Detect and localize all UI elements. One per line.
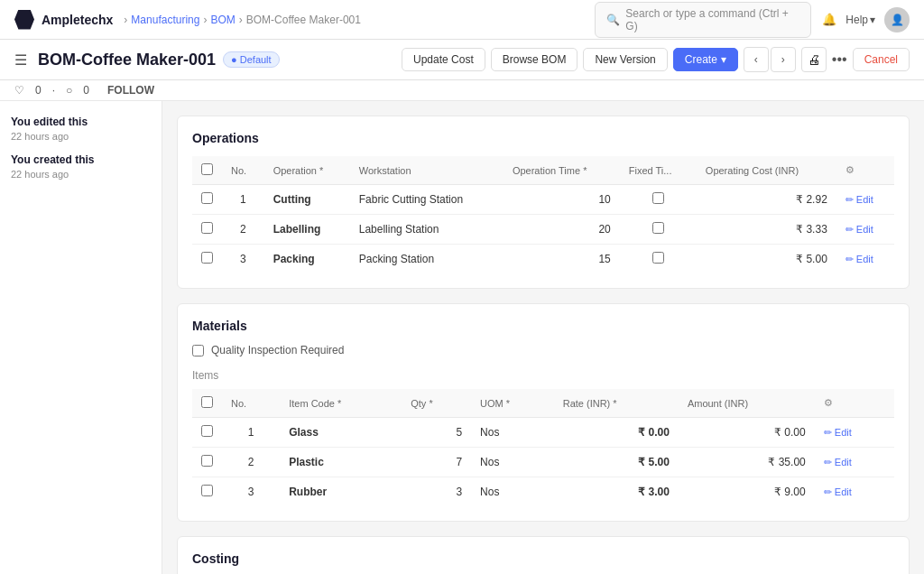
mat-row-amount: ₹ 0.00 [679, 418, 815, 448]
op-edit-link-1[interactable]: ✏ Edit [845, 224, 885, 236]
materials-table: No. Item Code * Qty * UOM * Rate (INR) *… [192, 389, 894, 506]
mat-row-qty: 5 [402, 418, 471, 448]
op-row-workstation: Labelling Station [350, 215, 504, 245]
op-col-workstation: Workstation [350, 156, 504, 185]
op-row-check [192, 185, 222, 215]
nav-arrows: ‹ › [744, 47, 796, 72]
mat-col-uom: UOM * [471, 389, 554, 418]
op-row-cost: ₹ 2.92 [697, 185, 836, 215]
new-version-button[interactable]: New Version [583, 48, 667, 71]
op-row-time: 20 [504, 215, 620, 245]
mat-row-uom: Nos [471, 477, 554, 507]
mat-edit-link-0[interactable]: ✏ Edit [824, 427, 885, 439]
breadcrumb-bom[interactable]: BOM [210, 14, 235, 26]
table-row: 1 Glass 5 Nos ₹ 0.00 ₹ 0.00 ✏ Edit [192, 418, 894, 448]
mat-row-amount: ₹ 35.00 [679, 448, 815, 477]
op-row-checkbox-1[interactable] [201, 222, 213, 234]
mat-edit-link-2[interactable]: ✏ Edit [824, 486, 885, 498]
navbar-actions: 🔔 Help ▾ 👤 [822, 7, 910, 32]
brand-logo [14, 10, 34, 30]
help-label: Help [845, 14, 868, 26]
op-select-all-checkbox[interactable] [201, 163, 213, 175]
table-row: 1 Cutting Fabric Cutting Station 10 ₹ 2.… [192, 185, 894, 215]
table-row: 2 Plastic 7 Nos ₹ 5.00 ₹ 35.00 ✏ Edit [192, 448, 894, 477]
op-col-gear: ⚙ [836, 156, 894, 185]
search-box[interactable]: 🔍 Search or type a command (Ctrl + G) [595, 2, 811, 38]
op-edit-link-0[interactable]: ✏ Edit [845, 194, 885, 206]
more-options-icon[interactable]: ••• [832, 51, 847, 68]
sidebar-entry-0: You edited this 22 hours ago [11, 116, 151, 143]
prev-arrow-button[interactable]: ‹ [744, 47, 769, 72]
op-row-cost: ₹ 3.33 [697, 215, 836, 245]
mat-row-check [192, 448, 222, 477]
page-title: BOM-Coffee Maker-001 [38, 51, 216, 69]
op-row-time: 10 [504, 185, 620, 215]
browse-bom-button[interactable]: Browse BOM [491, 48, 578, 71]
notification-icon[interactable]: 🔔 [822, 13, 836, 26]
op-row-fixed [620, 215, 697, 245]
toolbar-buttons: Update Cost Browse BOM New Version Creat… [402, 47, 910, 72]
op-row-check [192, 245, 222, 274]
mat-gear-icon[interactable]: ⚙ [824, 397, 833, 408]
content-area: Operations No. Operation * Workstation O… [162, 101, 924, 574]
op-edit-link-2[interactable]: ✏ Edit [845, 254, 885, 265]
mat-row-no: 2 [222, 448, 280, 477]
mat-row-edit: ✏ Edit [815, 418, 894, 448]
mat-row-edit: ✏ Edit [815, 477, 894, 507]
avatar[interactable]: 👤 [884, 7, 910, 32]
hamburger-icon[interactable]: ☰ [14, 51, 27, 69]
brand: Ampletechx [14, 10, 113, 30]
operations-table-header: No. Operation * Workstation Operation Ti… [192, 156, 894, 185]
op-row-time: 15 [504, 245, 620, 274]
costing-section-title: Costing [192, 551, 894, 566]
sidebar-created-label: You created this [11, 153, 151, 166]
operations-section-title: Operations [192, 131, 894, 145]
items-label: Items [192, 369, 894, 382]
breadcrumb-manufacturing[interactable]: Manufacturing [131, 14, 199, 26]
print-button[interactable]: 🖨 [801, 47, 827, 72]
mat-row-checkbox-1[interactable] [201, 455, 213, 467]
materials-section-title: Materials [192, 319, 894, 333]
dot-separator: · [52, 84, 55, 97]
mat-select-all-checkbox[interactable] [201, 396, 213, 408]
mat-edit-link-1[interactable]: ✏ Edit [824, 457, 885, 468]
mat-row-rate: ₹ 0.00 [554, 418, 679, 448]
op-row-operation: Labelling [264, 215, 350, 245]
op-row-checkbox-2[interactable] [201, 252, 213, 264]
breadcrumb: › Manufacturing › BOM › BOM-Coffee Maker… [124, 14, 361, 26]
create-label: Create [685, 53, 717, 66]
social-bar: ♡ 0 · ○ 0 FOLLOW [0, 80, 924, 101]
next-arrow-button[interactable]: › [771, 47, 796, 72]
mat-row-checkbox-0[interactable] [201, 425, 213, 437]
costing-section: Costing Operating Cost (INR) ₹ 11.25 Tot… [177, 536, 910, 574]
brand-name: Ampletechx [42, 13, 113, 27]
mat-row-edit: ✏ Edit [815, 448, 894, 477]
create-button[interactable]: Create ▾ [673, 48, 738, 71]
op-col-fixed: Fixed Ti... [620, 156, 697, 185]
quality-inspection-checkbox[interactable] [192, 345, 204, 356]
follow-button[interactable]: FOLLOW [107, 84, 154, 97]
main-layout: You edited this 22 hours ago You created… [0, 101, 924, 574]
op-col-no: No. [222, 156, 264, 185]
breadcrumb-current: BOM-Coffee Maker-001 [246, 14, 361, 26]
mat-row-rate: ₹ 3.00 [554, 477, 679, 507]
mat-row-qty: 7 [402, 448, 471, 477]
mat-row-checkbox-2[interactable] [201, 485, 213, 496]
op-row-check [192, 215, 222, 245]
table-row: 3 Rubber 3 Nos ₹ 3.00 ₹ 9.00 ✏ Edit [192, 477, 894, 507]
op-fixed-checkbox-2[interactable] [652, 252, 664, 264]
op-gear-icon[interactable]: ⚙ [845, 164, 855, 175]
mat-row-uom: Nos [471, 418, 554, 448]
mat-row-amount: ₹ 9.00 [679, 477, 815, 507]
cancel-button[interactable]: Cancel [853, 48, 910, 71]
op-row-checkbox-0[interactable] [201, 192, 213, 204]
operations-table: No. Operation * Workstation Operation Ti… [192, 156, 894, 273]
help-button[interactable]: Help ▾ [845, 14, 875, 26]
op-fixed-checkbox-0[interactable] [652, 192, 664, 204]
update-cost-button[interactable]: Update Cost [402, 48, 485, 71]
mat-row-check [192, 477, 222, 507]
op-row-fixed [620, 185, 697, 215]
mat-col-gear: ⚙ [815, 389, 894, 418]
op-fixed-checkbox-1[interactable] [652, 222, 664, 234]
mat-row-qty: 3 [402, 477, 471, 507]
